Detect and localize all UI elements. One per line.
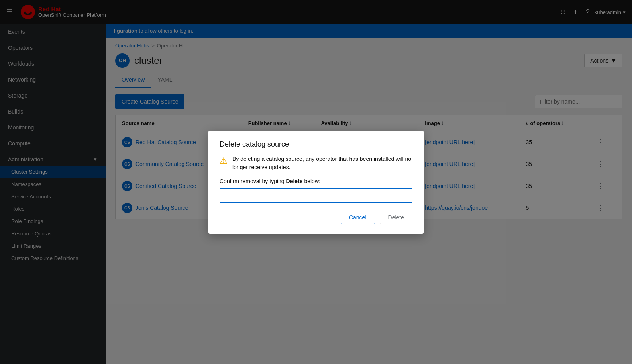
delete-modal: Delete catalog source ⚠ By deleting a ca… [208, 131, 424, 234]
modal-warning-text: By deleting a catalog source, any operat… [232, 155, 412, 172]
confirm-label-text: Confirm removal by typing [220, 178, 286, 184]
modal-overlay: Delete catalog source ⚠ By deleting a ca… [0, 0, 632, 364]
modal-confirm-label: Confirm removal by typing Delete below: [220, 178, 412, 184]
modal-actions: Cancel Delete [220, 211, 412, 224]
cancel-btn-label: Cancel [349, 214, 367, 221]
modal-delete-button[interactable]: Delete [380, 211, 412, 224]
confirm-suffix-text: below: [303, 178, 320, 184]
confirm-bold-text: Delete [286, 178, 303, 184]
modal-cancel-button[interactable]: Cancel [341, 211, 375, 224]
delete-btn-label: Delete [388, 214, 404, 221]
modal-warning: ⚠ By deleting a catalog source, any oper… [220, 155, 412, 172]
warning-icon: ⚠ [220, 156, 228, 166]
modal-delete-confirm-input[interactable] [220, 188, 412, 203]
modal-title: Delete catalog source [220, 140, 412, 149]
